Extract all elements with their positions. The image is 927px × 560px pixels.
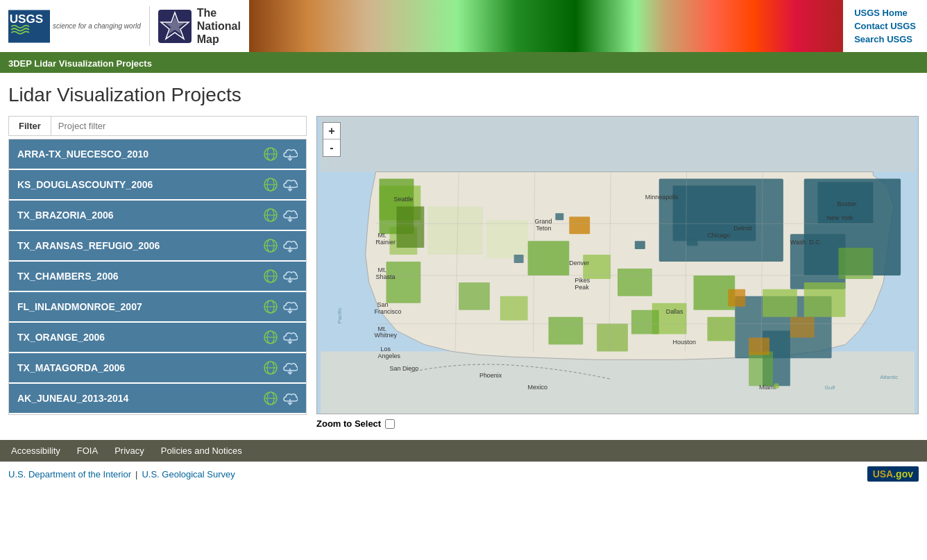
svg-point-120 (774, 383, 779, 389)
svg-rect-42 (321, 117, 915, 172)
svg-text:Seattle: Seattle (394, 196, 414, 203)
svg-text:Angeles: Angeles (378, 353, 401, 359)
page-title: Lidar Visualization Projects (8, 84, 919, 106)
globe-icon[interactable] (263, 360, 278, 375)
footer-links-bar: AccessibilityFOIAPrivacyPolicies and Not… (0, 440, 927, 461)
cloud-download-icon[interactable] (282, 360, 298, 375)
contact-usgs-link[interactable]: Contact USGS (854, 21, 916, 31)
national-map-logo: The National Map (149, 6, 241, 46)
globe-icon[interactable] (263, 238, 278, 253)
svg-rect-64 (548, 317, 583, 345)
project-list-item[interactable]: TX_BRAZORIA_2006 (9, 201, 306, 231)
cloud-download-icon[interactable] (282, 299, 298, 314)
footer-bottom-link[interactable]: U.S. Geological Survey (142, 469, 235, 480)
zoom-in-button[interactable]: + (323, 123, 340, 139)
svg-text:Mt.: Mt. (378, 266, 386, 273)
svg-text:Teton: Teton (536, 225, 552, 232)
svg-rect-80 (687, 237, 698, 246)
svg-text:Phoenix: Phoenix (479, 372, 502, 379)
project-icon-group (263, 330, 298, 345)
svg-rect-68 (839, 248, 874, 279)
svg-text:Mt.: Mt. (378, 325, 386, 332)
svg-text:Francisco: Francisco (375, 308, 402, 315)
svg-text:Grand: Grand (535, 218, 552, 225)
project-filter-input[interactable] (51, 117, 306, 135)
svg-text:Houston: Houston (673, 339, 696, 346)
usgs-tagline: science for a changing world (53, 22, 141, 30)
filter-tab-button[interactable]: Filter (9, 117, 51, 135)
project-list-item[interactable]: TX_MATAGORDA_2006 (9, 353, 306, 384)
map-container: + - (316, 116, 919, 429)
usgs-home-link[interactable]: USGS Home (854, 8, 916, 18)
svg-text:San: San (377, 301, 389, 308)
cloud-download-icon[interactable] (282, 238, 298, 253)
svg-text:Denver: Denver (569, 260, 589, 266)
globe-icon[interactable] (263, 299, 278, 314)
svg-rect-78 (555, 213, 563, 220)
cloud-download-icon[interactable] (282, 207, 298, 223)
cloud-download-icon[interactable] (282, 177, 298, 192)
project-icon-group (263, 207, 298, 223)
svg-rect-76 (486, 220, 528, 258)
project-name: FL_INLANDMONROE_2007 (17, 301, 263, 312)
project-list: ARRA-TX_NUECESCO_2010KS_DOUGLASCOUNTY_20… (8, 139, 307, 415)
globe-icon[interactable] (263, 207, 278, 223)
footer-nav: AccessibilityFOIAPrivacyPolicies and Not… (11, 446, 916, 456)
footer-link[interactable]: Privacy (114, 446, 144, 456)
breadcrumb: 3DEP Lidar Visualization Projects (0, 54, 927, 73)
globe-icon[interactable] (263, 391, 278, 406)
project-list-item[interactable]: AK_JUNEAU_2013-2014 (9, 384, 306, 414)
project-list-item[interactable]: TX_ORANGE_2006 (9, 323, 306, 353)
svg-rect-58 (707, 317, 735, 341)
national-map-star-icon (158, 10, 192, 43)
logo-area: USGS science for a changing world The Na… (0, 0, 249, 52)
globe-icon[interactable] (263, 146, 278, 162)
footer-link[interactable]: Accessibility (11, 446, 60, 456)
svg-rect-75 (427, 206, 483, 255)
globe-icon[interactable] (263, 177, 278, 192)
project-icon-group (263, 177, 298, 192)
svg-rect-63 (500, 296, 528, 321)
usgs-logo: USGS science for a changing world (8, 9, 141, 44)
project-icon-group (263, 360, 298, 375)
cloud-download-icon[interactable] (282, 269, 298, 284)
project-list-item[interactable]: FL_INLANDMONROE_2007 (9, 292, 306, 323)
svg-rect-65 (597, 324, 628, 352)
project-list-item[interactable]: KS_DOUGLASCOUNTY_2006 (9, 170, 306, 201)
svg-rect-43 (321, 351, 915, 414)
footer-bottom-link[interactable]: U.S. Department of the Interior (8, 469, 131, 480)
zoom-out-button[interactable]: - (323, 139, 340, 156)
zoom-to-select-checkbox[interactable] (385, 419, 395, 429)
project-list-item[interactable]: TX_ARANSAS_REFUGIO_2006 (9, 231, 306, 262)
cloud-download-icon[interactable] (282, 391, 298, 406)
usgs-emblem-icon: USGS (8, 9, 50, 44)
project-name: KS_DOUGLASCOUNTY_2006 (17, 179, 263, 190)
footer-link[interactable]: FOIA (77, 446, 98, 456)
svg-text:San Diego: San Diego (390, 365, 419, 372)
project-name: ARRA-TX_NUECESCO_2010 (17, 149, 263, 160)
main-content: Lidar Visualization Projects Filter ARRA… (0, 73, 927, 440)
project-list-item[interactable]: ARRA-TX_NUECESCO_2010 (9, 139, 306, 170)
project-name: TX_ARANSAS_REFUGIO_2006 (17, 240, 263, 251)
svg-text:Minneapolis: Minneapolis (645, 194, 679, 201)
site-header: USGS science for a changing world The Na… (0, 0, 927, 54)
globe-icon[interactable] (263, 269, 278, 284)
national-map-text: The National Map (197, 6, 241, 46)
globe-icon[interactable] (263, 330, 278, 345)
svg-rect-72 (728, 289, 745, 307)
cloud-download-icon[interactable] (282, 330, 298, 345)
project-name: TX_BRAZORIA_2006 (17, 210, 263, 221)
footer-link[interactable]: Policies and Notices (161, 446, 242, 456)
search-usgs-link[interactable]: Search USGS (854, 34, 916, 44)
map-zoom-controls: + - (323, 122, 341, 157)
svg-rect-66 (631, 310, 659, 334)
svg-text:Los: Los (381, 346, 391, 353)
project-list-item[interactable]: TX_CHAMBERS_2006 (9, 262, 306, 292)
project-icon-group (263, 146, 298, 162)
map-wrapper: + - (316, 116, 919, 414)
svg-rect-67 (804, 282, 846, 317)
svg-text:Shasta: Shasta (376, 273, 396, 280)
project-name: TX_MATAGORDA_2006 (17, 362, 263, 373)
map-caption: Zoom to Select (316, 418, 919, 429)
cloud-download-icon[interactable] (282, 146, 298, 162)
